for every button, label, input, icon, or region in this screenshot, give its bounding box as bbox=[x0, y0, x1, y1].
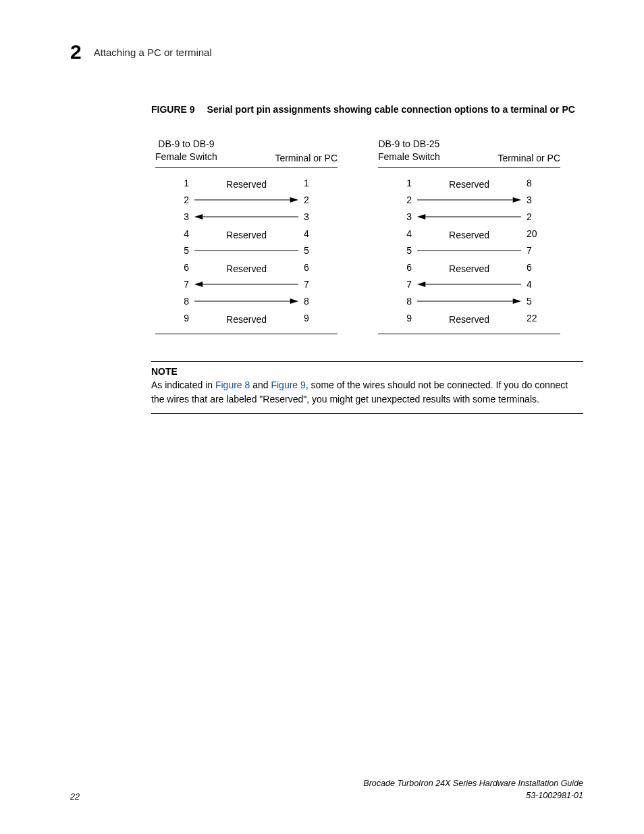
svg-marker-8 bbox=[290, 298, 298, 304]
arrow-left-icon bbox=[194, 280, 298, 288]
pin-right: 20 bbox=[521, 228, 560, 239]
diagram-header: DB-9 to DB-9Female SwitchTerminal or PC bbox=[155, 138, 338, 168]
pin-mid bbox=[194, 246, 298, 255]
pin-mid bbox=[417, 297, 521, 305]
pin-row: 33 bbox=[155, 209, 338, 226]
pin-row: 74 bbox=[378, 276, 560, 293]
figure-label: FIGURE 9 bbox=[151, 104, 195, 115]
pin-mid: Reserved bbox=[194, 230, 298, 238]
line-connector-icon bbox=[417, 246, 521, 255]
xref-figure-9[interactable]: Figure 9 bbox=[271, 380, 305, 390]
figure-caption: Serial port pin assignments showing cabl… bbox=[207, 104, 575, 115]
doc-title: Brocade TurboIron 24X Series Hardware In… bbox=[363, 778, 583, 790]
svg-marker-12 bbox=[417, 214, 425, 219]
svg-marker-10 bbox=[513, 197, 521, 203]
pin-mid bbox=[417, 246, 521, 255]
note-text: As indicated in Figure 8 and Figure 9, s… bbox=[151, 378, 583, 407]
pin-row: 9Reserved22 bbox=[378, 310, 560, 327]
pin-mid bbox=[194, 297, 298, 305]
pin-mid: Reserved bbox=[194, 179, 298, 187]
pin-left: 9 bbox=[378, 313, 417, 323]
page: 2 Attaching a PC or terminal FIGURE 9 Se… bbox=[0, 0, 644, 834]
pin-row: 1Reserved8 bbox=[378, 175, 560, 192]
pin-mid bbox=[194, 213, 298, 221]
header-line: Female Switch bbox=[378, 151, 440, 163]
svg-marker-3 bbox=[194, 214, 203, 219]
pin-row: 9Reserved9 bbox=[155, 310, 338, 327]
xref-figure-8[interactable]: Figure 8 bbox=[215, 380, 250, 390]
pin-right: 6 bbox=[298, 262, 338, 273]
diagram-header-right: Terminal or PC bbox=[275, 153, 338, 163]
reserved-label: Reserved bbox=[226, 230, 267, 240]
pin-left: 8 bbox=[378, 296, 417, 307]
reserved-label: Reserved bbox=[449, 230, 489, 240]
pin-mid bbox=[417, 280, 521, 288]
svg-marker-15 bbox=[417, 282, 425, 287]
pin-right: 3 bbox=[298, 211, 338, 222]
pin-right: 5 bbox=[521, 296, 560, 307]
reserved-label: Reserved bbox=[449, 179, 489, 190]
pinout-diagram-row: DB-9 to DB-9Female SwitchTerminal or PC1… bbox=[151, 138, 583, 334]
pin-right: 7 bbox=[521, 245, 560, 256]
line-connector-icon bbox=[194, 246, 298, 255]
pin-right: 7 bbox=[298, 279, 338, 290]
pin-right: 8 bbox=[521, 178, 560, 188]
diagram-header: DB-9 to DB-25Female SwitchTerminal or PC bbox=[378, 138, 560, 168]
pin-right: 3 bbox=[521, 194, 560, 205]
pin-right: 22 bbox=[521, 313, 560, 323]
svg-marker-1 bbox=[290, 197, 298, 203]
pin-left: 5 bbox=[155, 245, 194, 256]
diagram-bottom-rule bbox=[155, 334, 338, 334]
arrow-right-icon bbox=[194, 297, 298, 305]
pin-row: 85 bbox=[378, 293, 560, 310]
pin-right: 5 bbox=[298, 245, 338, 256]
reserved-label: Reserved bbox=[449, 263, 489, 274]
header-line: DB-9 to DB-9 bbox=[155, 138, 217, 151]
arrow-left-icon bbox=[194, 213, 298, 221]
header-line: DB-9 to DB-25 bbox=[378, 138, 440, 151]
pinout-diagram: DB-9 to DB-25Female SwitchTerminal or PC… bbox=[378, 138, 560, 334]
pin-left: 8 bbox=[155, 296, 194, 307]
pin-mid: Reserved bbox=[417, 263, 521, 271]
pin-left: 7 bbox=[155, 279, 194, 290]
diagram-header-left: DB-9 to DB-9Female Switch bbox=[155, 138, 217, 163]
pin-row: 23 bbox=[378, 192, 560, 209]
pin-mid: Reserved bbox=[417, 314, 521, 322]
pin-row: 77 bbox=[155, 276, 338, 293]
pin-row: 22 bbox=[155, 192, 338, 209]
pin-row: 88 bbox=[155, 293, 338, 310]
pin-row: 55 bbox=[155, 242, 338, 259]
pin-right: 2 bbox=[521, 211, 560, 222]
pin-left: 2 bbox=[378, 194, 417, 205]
pin-row: 32 bbox=[378, 209, 560, 226]
pin-right: 4 bbox=[521, 279, 560, 290]
arrow-right-icon bbox=[194, 196, 298, 204]
arrow-left-icon bbox=[417, 280, 521, 288]
pin-left: 5 bbox=[378, 245, 417, 256]
pin-left: 3 bbox=[378, 211, 417, 222]
pin-right: 8 bbox=[298, 296, 338, 307]
pin-mid bbox=[417, 213, 521, 221]
reserved-label: Reserved bbox=[449, 314, 489, 325]
reserved-label: Reserved bbox=[226, 179, 267, 190]
note-block: NOTE As indicated in Figure 8 and Figure… bbox=[151, 361, 583, 414]
pin-row: 1Reserved1 bbox=[155, 175, 338, 192]
pin-left: 2 bbox=[155, 194, 194, 205]
diagram-header-right: Terminal or PC bbox=[498, 153, 560, 163]
doc-number: 53-1002981-01 bbox=[363, 790, 583, 802]
page-header: 2 Attaching a PC or terminal bbox=[70, 41, 583, 63]
pin-right: 6 bbox=[521, 262, 560, 273]
pinout-diagram: DB-9 to DB-9Female SwitchTerminal or PC1… bbox=[155, 138, 338, 334]
figure-caption-row: FIGURE 9 Serial port pin assignments sho… bbox=[151, 104, 583, 115]
svg-marker-6 bbox=[194, 282, 203, 287]
reserved-label: Reserved bbox=[226, 263, 267, 274]
content-area: FIGURE 9 Serial port pin assignments sho… bbox=[151, 104, 583, 414]
pin-left: 6 bbox=[378, 262, 417, 273]
arrow-right-icon bbox=[417, 196, 521, 204]
pin-left: 1 bbox=[155, 178, 194, 188]
page-number: 22 bbox=[70, 792, 80, 802]
pin-row: 57 bbox=[378, 242, 560, 259]
pin-left: 3 bbox=[155, 211, 194, 222]
footer-right: Brocade TurboIron 24X Series Hardware In… bbox=[363, 778, 583, 802]
reserved-label: Reserved bbox=[226, 314, 267, 325]
